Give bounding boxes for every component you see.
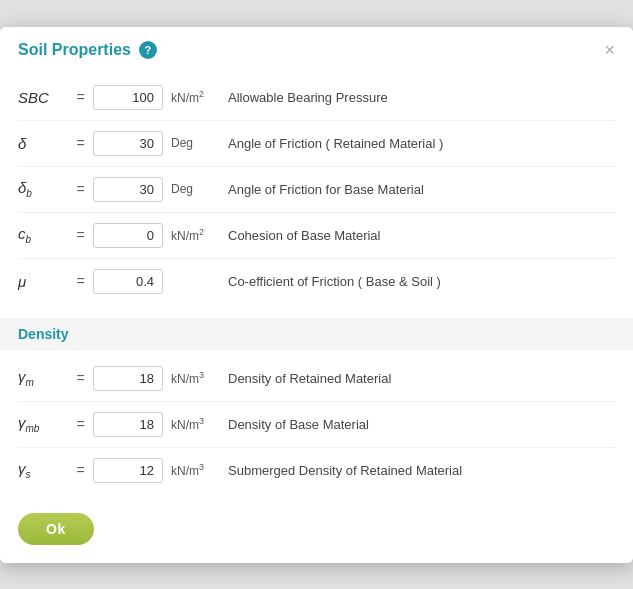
table-row: γmb = kN/m3 Density of Base Material <box>18 402 615 448</box>
field-unit: Deg <box>163 182 228 196</box>
field-equals: = <box>68 135 93 151</box>
field-equals: = <box>68 416 93 432</box>
field-symbol: SBC <box>18 89 68 106</box>
field-equals: = <box>68 227 93 243</box>
table-row: SBC = kN/m2 Allowable Bearing Pressure <box>18 75 615 121</box>
field-label: Allowable Bearing Pressure <box>228 90 615 105</box>
field-unit: kN/m2 <box>163 227 228 243</box>
field-equals: = <box>68 370 93 386</box>
field-unit: Deg <box>163 136 228 150</box>
field-label: Angle of Friction ( Retained Material ) <box>228 136 615 151</box>
field-unit: kN/m2 <box>163 89 228 105</box>
field-input[interactable] <box>93 269 163 294</box>
field-input[interactable] <box>93 131 163 156</box>
field-symbol: γmb <box>18 414 68 434</box>
field-label: Co-efficient of Friction ( Base & Soil ) <box>228 274 615 289</box>
field-equals: = <box>68 181 93 197</box>
field-symbol: γs <box>18 460 68 480</box>
field-equals: = <box>68 89 93 105</box>
field-label: Density of Base Material <box>228 417 615 432</box>
field-equals: = <box>68 273 93 289</box>
field-input[interactable] <box>93 223 163 248</box>
help-icon[interactable]: ? <box>139 41 157 59</box>
density-fields-container: γm = kN/m3 Density of Retained Material … <box>0 350 633 499</box>
field-symbol: μ <box>18 273 68 290</box>
table-row: γm = kN/m3 Density of Retained Material <box>18 356 615 402</box>
ok-btn-container: Ok <box>0 499 633 563</box>
field-unit: kN/m3 <box>163 370 228 386</box>
field-symbol: δ <box>18 135 68 152</box>
title-group: Soil Properties ? <box>18 41 157 59</box>
field-input[interactable] <box>93 177 163 202</box>
field-input[interactable] <box>93 366 163 391</box>
table-row: cb = kN/m2 Cohesion of Base Material <box>18 213 615 259</box>
field-input[interactable] <box>93 412 163 437</box>
field-equals: = <box>68 462 93 478</box>
field-symbol: δb <box>18 179 68 199</box>
field-label: Density of Retained Material <box>228 371 615 386</box>
table-row: γs = kN/m3 Submerged Density of Retained… <box>18 448 615 493</box>
soil-fields-container: SBC = kN/m2 Allowable Bearing Pressure δ… <box>0 69 633 310</box>
ok-button[interactable]: Ok <box>18 513 94 545</box>
table-row: δ = Deg Angle of Friction ( Retained Mat… <box>18 121 615 167</box>
field-label: Angle of Friction for Base Material <box>228 182 615 197</box>
density-section-header: Density <box>0 318 633 350</box>
dialog-header: Soil Properties ? × <box>0 27 633 69</box>
soil-properties-dialog: Soil Properties ? × SBC = kN/m2 Allowabl… <box>0 27 633 563</box>
field-input[interactable] <box>93 85 163 110</box>
field-label: Cohesion of Base Material <box>228 228 615 243</box>
field-unit: kN/m3 <box>163 462 228 478</box>
table-row: δb = Deg Angle of Friction for Base Mate… <box>18 167 615 213</box>
field-symbol: cb <box>18 225 68 245</box>
field-input[interactable] <box>93 458 163 483</box>
dialog-title: Soil Properties <box>18 41 131 59</box>
close-icon[interactable]: × <box>604 41 615 59</box>
field-symbol: γm <box>18 368 68 388</box>
field-label: Submerged Density of Retained Material <box>228 463 615 478</box>
table-row: μ = Co-efficient of Friction ( Base & So… <box>18 259 615 304</box>
field-unit: kN/m3 <box>163 416 228 432</box>
